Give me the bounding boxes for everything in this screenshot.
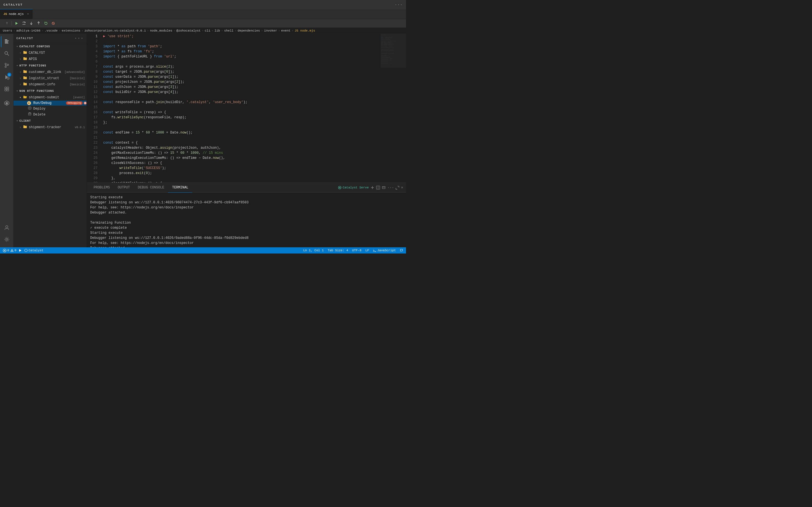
folder-icon	[22, 125, 28, 130]
code-line-17: fs.writeFileSync(responseFile, resp);	[103, 115, 380, 120]
bc-extensions[interactable]: extensions	[62, 29, 80, 33]
activity-search[interactable]	[1, 48, 12, 59]
tree-item-run-debug[interactable]: ▶ Run/Debug Debugging ■	[13, 101, 87, 106]
activity-settings[interactable]	[1, 234, 12, 245]
cursor-position: Ln 1, Col 1	[303, 249, 324, 252]
tree-item-apig[interactable]: › APIG	[13, 56, 87, 62]
section-header-catalyst-configs[interactable]: ▾ CATALYST CONFIGS	[13, 43, 87, 50]
status-run[interactable]	[18, 249, 22, 252]
status-feedback[interactable]	[400, 249, 403, 252]
panel-tab-debug-console[interactable]: DEBUG CONSOLE	[134, 183, 168, 193]
status-bar: 0 0 Catalyst Ln 1, Col 1 Tab Size: 4 UTF…	[0, 247, 406, 253]
panel-kill-terminal-btn[interactable]	[382, 186, 386, 189]
run-debug-circle-icon: ▶	[27, 101, 32, 105]
panel-tab-terminal[interactable]: TERMINAL	[168, 183, 192, 193]
code-line-30: closeWithFailure: () => {	[103, 181, 380, 182]
bc-shell[interactable]: shell	[224, 29, 234, 33]
section-header-client[interactable]: ▾ CLIENT	[13, 117, 87, 124]
activity-source-control[interactable]	[1, 60, 12, 71]
tree-item-shipment-info[interactable]: › shipment-info [basicio]	[13, 81, 87, 88]
tree-item-shipment-tracker[interactable]: › shipment-tracker v0.0.1	[13, 124, 87, 130]
minimap: 'use strict'; import * as path from 'pat…	[380, 34, 406, 182]
status-encoding[interactable]: UTF-8	[352, 249, 361, 252]
activity-explorer[interactable]	[1, 36, 12, 47]
bc-event[interactable]: event	[281, 29, 290, 33]
toolbar-step-over-btn[interactable]	[20, 20, 28, 26]
code-line-5: import { pathToFileURL } from 'url';	[103, 54, 380, 59]
panel-close-btn[interactable]: ×	[401, 186, 403, 190]
toolbar-step-into-btn[interactable]	[28, 20, 35, 26]
sidebar-dots[interactable]: ···	[74, 36, 84, 41]
code-line-12: const buildDir = JSON.parse(args[4]);	[103, 90, 380, 95]
line-ending-label: LF	[365, 249, 369, 252]
section-client: ▾ CLIENT › shipment-tracker v0.0.1	[13, 117, 87, 130]
activity-catalyst[interactable]	[1, 98, 12, 109]
section-header-non-http[interactable]: ▾ NON HTTP FUNCTIONS	[13, 88, 87, 94]
panel-tab-output[interactable]: OUTPUT	[114, 183, 134, 193]
bc-lib[interactable]: lib	[214, 29, 220, 33]
svg-rect-7	[5, 41, 9, 41]
bc-users[interactable]: Users	[3, 29, 12, 33]
bc-node-modules[interactable]: node_modules	[150, 29, 172, 33]
code-line-21	[103, 135, 380, 140]
panel-more-actions-btn[interactable]: ···	[388, 186, 394, 190]
tab-size-label: Tab Size: 4	[327, 249, 348, 252]
bc-user[interactable]: adhitya-14266	[16, 29, 41, 33]
folder-open-icon	[22, 95, 28, 100]
svg-rect-30	[29, 113, 31, 115]
toolbar-grid-btn[interactable]: ⠿	[3, 20, 10, 26]
bc-vscode[interactable]: .vscode	[45, 29, 57, 33]
tree-item-catalyst[interactable]: › CATALYST	[13, 50, 87, 56]
tree-item-deploy[interactable]: Deploy	[13, 106, 87, 112]
svg-line-5	[52, 22, 54, 24]
tree-item-shipment-submit[interactable]: ▾ shipment-submit [event]	[13, 94, 87, 101]
tree-badge-shipment-submit: [event]	[73, 96, 85, 99]
bc-dependencies[interactable]: dependencies	[238, 29, 260, 33]
toolbar-restart-btn[interactable]	[43, 20, 49, 26]
status-catalyst[interactable]: Catalyst	[24, 249, 43, 252]
bc-catalyst-ext[interactable]: zohocorporation.vs-catalyst-0.0.1	[85, 29, 146, 33]
toolbar-disconnect-btn[interactable]	[50, 20, 57, 26]
bc-cli[interactable]: cli	[205, 29, 210, 33]
tab-close-icon[interactable]: ×	[27, 12, 29, 16]
code-line-20: const endTime = 15 * 60 * 1000 + Date.no…	[103, 130, 380, 135]
tree-item-logistic-struct[interactable]: › logistic_struct [basicio]	[13, 75, 87, 81]
activity-account[interactable]	[1, 222, 12, 233]
status-errors[interactable]: 0 0	[3, 249, 16, 252]
tab-node-mjs[interactable]: JS node.mjs ×	[0, 9, 33, 19]
code-line-1: ● ▶ 'use strict';	[103, 34, 380, 39]
tree-label-shipment-info: shipment-info	[29, 82, 70, 87]
code-line-9: const userData = JSON.parse(args[1]);	[103, 74, 380, 79]
terminal-line-10: For help, see: https://nodejs.org/en/doc…	[90, 240, 403, 245]
catalyst-serve-btn[interactable]: Catalyst Serve	[338, 186, 368, 189]
line-numbers: 1 2 3 4 5 6 7 8 9 10 11 12 13 14 15 16 1	[87, 34, 101, 182]
svg-rect-22	[5, 89, 6, 91]
tree-item-customer-db-link[interactable]: › customer_db_link [advancedio]	[13, 69, 87, 75]
toolbar-step-out-btn[interactable]	[35, 20, 42, 26]
terminal-content[interactable]: Starting execute Debugger listening on w…	[87, 193, 406, 247]
warning-count: 0	[15, 249, 17, 252]
tree-item-delete[interactable]: Delete	[13, 112, 87, 117]
section-header-http-functions[interactable]: ▾ HTTP FUNCTIONS	[13, 62, 87, 69]
code-content[interactable]: ● ▶ 'use strict'; import * as path from …	[101, 34, 380, 182]
panel-split-terminal-btn[interactable]	[376, 186, 380, 189]
folder-icon	[22, 57, 28, 62]
bc-invoker[interactable]: invoker	[264, 29, 277, 33]
panel-add-terminal-btn[interactable]	[370, 186, 374, 189]
editor-area: 1 2 3 4 5 6 7 8 9 10 11 12 13 14 15 16 1	[87, 34, 406, 182]
activity-extensions[interactable]	[1, 83, 12, 95]
status-position[interactable]: Ln 1, Col 1	[303, 249, 324, 252]
panel-maximize-btn[interactable]	[396, 186, 399, 189]
title-bar-dots[interactable]: ···	[395, 2, 403, 7]
panel-tab-problems[interactable]: PROBLEMS	[90, 183, 114, 193]
code-editor[interactable]: 1 2 3 4 5 6 7 8 9 10 11 12 13 14 15 16 1	[87, 34, 406, 182]
status-language[interactable]: JavaScript	[373, 249, 396, 252]
bc-zohocatalyst[interactable]: @zohocatalyst	[176, 29, 201, 33]
status-line-ending[interactable]: LF	[365, 249, 369, 252]
code-line-16: const writeToFile = (resp) => {	[103, 110, 380, 115]
bc-file[interactable]: JS node.mjs	[295, 29, 315, 33]
tree-label-deploy: Deploy	[33, 107, 87, 111]
toolbar-continue-btn[interactable]	[13, 20, 20, 26]
status-tab-size[interactable]: Tab Size: 4	[327, 249, 348, 252]
activity-run-debug[interactable]: 1	[1, 71, 12, 83]
